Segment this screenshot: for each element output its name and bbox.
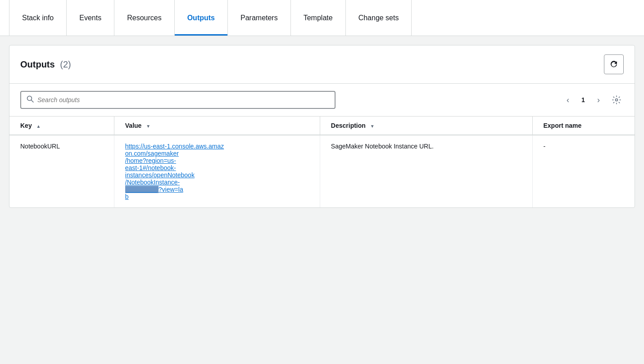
search-input[interactable] [37,96,329,103]
settings-icon [612,95,621,104]
tab-template[interactable]: Template [291,0,346,36]
export-name-cell: - [532,135,635,207]
table-row: NotebookURL https://us-east-1.console.aw… [9,135,635,207]
sort-asc-icon: ▲ [36,124,41,129]
next-page-button[interactable]: › [591,93,606,107]
search-area: ‹ 1 › [9,84,635,117]
refresh-button[interactable] [604,54,624,74]
value-cell: https://us-east-1.console.aws.amaz on.co… [114,135,320,207]
panel-title: Outputs (2) [20,59,71,70]
tab-change-sets[interactable]: Change sets [346,0,412,36]
outputs-count: (2) [60,59,71,69]
redacted-text [125,186,159,193]
search-box [20,91,336,109]
description-cell: SageMaker Notebook Instance URL. [320,135,532,207]
key-cell: NotebookURL [9,135,114,207]
panel-header: Outputs (2) [9,45,635,84]
search-icon [27,95,34,104]
tab-stack-info[interactable]: Stack info [9,0,67,36]
main-content: Outputs (2) [0,36,644,217]
column-export-name: Export name [532,117,635,135]
tab-outputs[interactable]: Outputs [175,0,228,36]
column-value[interactable]: Value ▼ [114,117,320,135]
table-header-row: Key ▲ Value ▼ Description ▼ Export nam [9,117,635,135]
settings-button[interactable] [609,93,624,107]
prev-page-button[interactable]: ‹ [561,93,575,107]
pagination-controls: ‹ 1 › [561,93,624,107]
column-key[interactable]: Key ▲ [9,117,114,135]
tab-resources[interactable]: Resources [114,0,174,36]
svg-line-1 [32,100,34,103]
sort-desc-icon: ▼ [146,124,150,129]
tab-bar: Stack info Events Resources Outputs Para… [0,0,644,36]
tab-parameters[interactable]: Parameters [228,0,291,36]
refresh-icon [609,60,618,69]
table-container: Key ▲ Value ▼ Description ▼ Export nam [9,117,635,207]
column-description[interactable]: Description ▼ [320,117,532,135]
tab-events[interactable]: Events [67,0,114,36]
outputs-table: Key ▲ Value ▼ Description ▼ Export nam [9,117,635,207]
page-number: 1 [579,96,588,103]
sort-desc-icon-2: ▼ [370,124,375,129]
notebook-url-link[interactable]: https://us-east-1.console.aws.amaz on.co… [125,143,224,200]
svg-point-2 [616,99,618,101]
outputs-panel: Outputs (2) [9,45,635,208]
